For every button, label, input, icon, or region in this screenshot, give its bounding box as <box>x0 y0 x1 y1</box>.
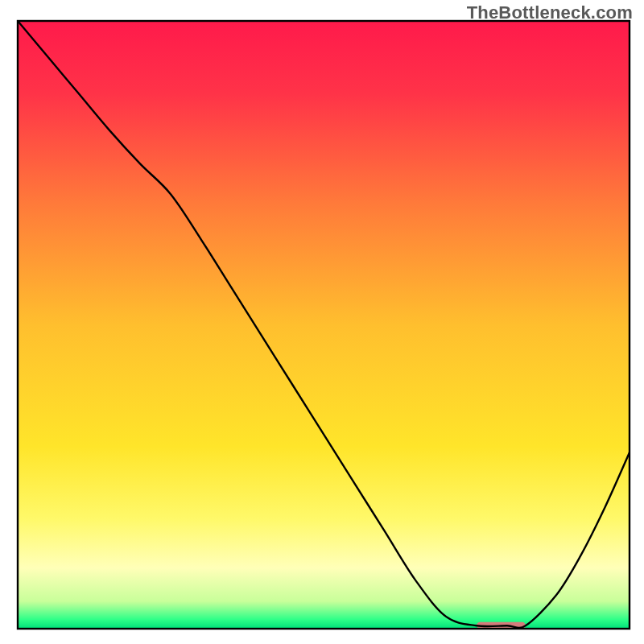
gradient-background <box>18 21 630 629</box>
bottleneck-chart: TheBottleneck.com <box>0 0 644 644</box>
watermark-text: TheBottleneck.com <box>467 2 633 23</box>
chart-svg <box>0 0 644 644</box>
